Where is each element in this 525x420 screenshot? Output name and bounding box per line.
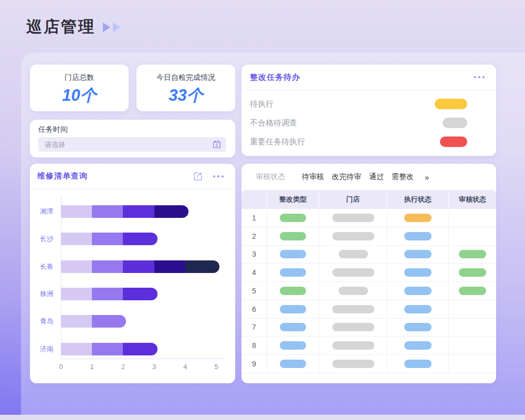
- column-header: 执行状态: [387, 190, 449, 209]
- share-icon[interactable]: [192, 171, 204, 182]
- chart-bar: [61, 233, 158, 245]
- chart-category-label: 青岛: [30, 317, 54, 326]
- tab-item[interactable]: 需整改: [392, 172, 414, 182]
- chart-category-label: 长沙: [30, 234, 54, 244]
- chart-segment: [61, 288, 92, 300]
- table-cell: [449, 282, 496, 300]
- total-stores-label: 门店总数: [30, 73, 129, 82]
- row-number-cell: 1: [242, 209, 267, 227]
- review-status-pill: [459, 287, 486, 295]
- calendar-icon[interactable]: 1: [212, 140, 222, 149]
- chart-bar: [61, 315, 126, 328]
- table-row[interactable]: 8: [242, 337, 496, 355]
- store-pill: [332, 341, 374, 350]
- total-stores-value: 10个: [30, 85, 129, 107]
- table-cell: [387, 355, 449, 373]
- table-cell: [267, 337, 319, 354]
- column-header: [242, 190, 267, 209]
- table-row[interactable]: 3: [242, 246, 496, 264]
- page-title: 巡店管理: [26, 16, 96, 38]
- store-pill: [332, 360, 374, 368]
- table-cell: [387, 337, 449, 354]
- tab-item[interactable]: 待审核: [302, 172, 324, 182]
- table-cell: [319, 319, 387, 337]
- table-row[interactable]: 4: [242, 264, 496, 282]
- type-pill: [280, 323, 306, 331]
- chart-segment: [154, 260, 185, 273]
- table-header: 整改类型门店执行状态审核状态: [242, 190, 496, 209]
- chart-bar-row: 长春: [30, 253, 235, 280]
- x-tick-label: 1: [90, 363, 94, 371]
- rectify-todo-card: 整改任务待办 待执行不合格待调查重要任务待执行: [242, 65, 496, 156]
- chart-category-label: 长春: [30, 262, 54, 271]
- task-time-label: 任务时间: [38, 125, 68, 134]
- chart-segment: [61, 343, 92, 355]
- chart-segment: [61, 315, 92, 328]
- chart-bar: [61, 260, 219, 273]
- table-cell: [449, 209, 496, 227]
- todo-item: 重要任务待执行: [242, 132, 496, 151]
- table-row[interactable]: 2: [242, 227, 496, 246]
- tab-item[interactable]: 通过: [369, 172, 384, 182]
- exec-status-pill: [404, 250, 432, 258]
- store-pill: [332, 305, 374, 313]
- table-cell: [267, 264, 319, 281]
- row-number-cell: 3: [242, 246, 267, 264]
- chart-bar: [61, 205, 188, 218]
- task-time-card: 任务时间 1: [30, 120, 235, 158]
- row-number-cell: 2: [242, 227, 267, 245]
- chart-segment: [123, 260, 154, 273]
- repair-list-header: 维修清单查询: [30, 164, 235, 189]
- table-row[interactable]: 7: [242, 319, 496, 337]
- chart-bar-row: 青岛: [30, 308, 235, 335]
- table-cell: [267, 227, 319, 245]
- column-header: 整改类型: [267, 190, 319, 209]
- chart-bar: [61, 288, 158, 300]
- table-cell: [449, 227, 496, 245]
- chart-segment: [92, 260, 123, 273]
- type-pill: [280, 250, 306, 258]
- tab-item[interactable]: 改完待审: [332, 172, 361, 182]
- repair-chart: 湘潭长沙长春株洲青岛济南 012345: [30, 189, 235, 383]
- table-cell: [319, 264, 387, 281]
- row-number-cell: 6: [242, 300, 267, 318]
- chart-segment: [61, 233, 92, 245]
- todo-item-label: 待执行: [250, 99, 274, 109]
- exec-status-pill: [404, 305, 432, 313]
- chart-segment: [61, 205, 92, 218]
- exec-status-pill: [404, 323, 432, 331]
- chart-category-label: 湘潭: [30, 207, 54, 216]
- task-time-picker[interactable]: 1: [38, 137, 226, 152]
- x-tick-label: 5: [214, 363, 218, 371]
- table-row[interactable]: 5: [242, 282, 496, 300]
- chevron-more-icon[interactable]: »: [425, 173, 429, 182]
- table-row[interactable]: 6: [242, 300, 496, 319]
- chart-segment: [61, 260, 92, 273]
- today-selfcheck-label: 今日自检完成情况: [136, 73, 235, 82]
- chart-segment: [123, 233, 157, 245]
- table-cell: [449, 246, 496, 264]
- table-row[interactable]: 1: [242, 209, 496, 227]
- chart-segment: [123, 343, 157, 355]
- chart-segment: [92, 233, 123, 245]
- status-pill: [443, 118, 467, 128]
- table-cell: [267, 300, 319, 318]
- table-cell: [449, 337, 496, 354]
- store-pill: [332, 268, 374, 277]
- table-cell: [387, 227, 449, 245]
- ellipsis-icon[interactable]: [213, 175, 224, 177]
- chart-segment: [185, 260, 219, 273]
- chart-segment: [92, 343, 123, 355]
- column-header: 门店: [319, 190, 387, 209]
- repair-list-title: 维修清单查询: [37, 171, 88, 181]
- table-row[interactable]: 9: [242, 355, 496, 373]
- x-tick-label: 0: [59, 363, 62, 371]
- task-time-input[interactable]: [38, 141, 212, 149]
- table-cell: [267, 282, 319, 300]
- chart-segment: [92, 205, 123, 218]
- todo-item: 不合格待调查: [242, 113, 496, 132]
- exec-status-pill: [404, 214, 432, 222]
- ellipsis-icon[interactable]: [474, 76, 485, 78]
- table-cell: [267, 209, 319, 227]
- rectify-todo-header: 整改任务待办: [242, 65, 496, 90]
